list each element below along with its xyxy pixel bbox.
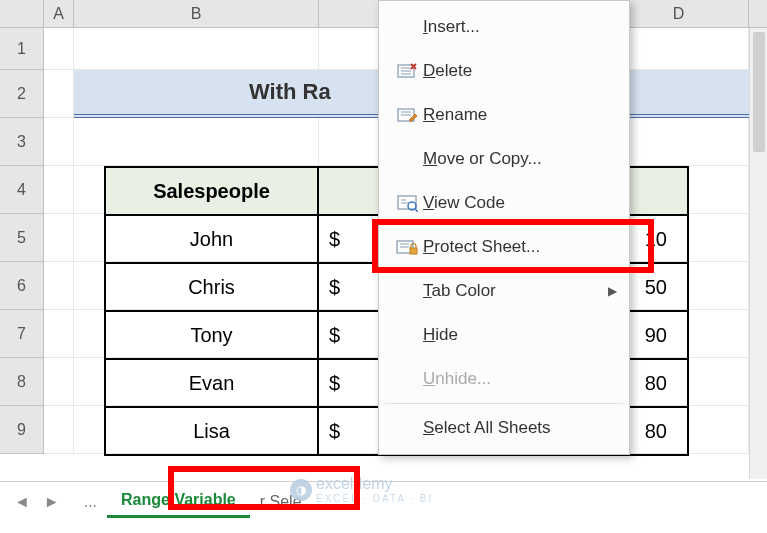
submenu-arrow-icon: ▶ bbox=[608, 284, 617, 298]
row-header-4[interactable]: 4 bbox=[0, 166, 43, 214]
cell-name[interactable]: Evan bbox=[105, 359, 318, 407]
ctx-hide[interactable]: Hide bbox=[379, 313, 629, 357]
vertical-scrollbar[interactable] bbox=[749, 28, 767, 479]
ctx-select-all-sheets[interactable]: Select All Sheets bbox=[379, 406, 629, 450]
ctx-move-copy[interactable]: Move or Copy... bbox=[379, 137, 629, 181]
rename-sheet-icon bbox=[391, 106, 423, 124]
ctx-separator bbox=[385, 403, 623, 404]
tab-overflow-left[interactable]: ... bbox=[74, 493, 107, 511]
sheet-tab-active[interactable]: Range Variable bbox=[107, 485, 250, 518]
tab-nav-next-icon[interactable]: ► bbox=[44, 493, 60, 511]
row-header-2[interactable]: 2 bbox=[0, 70, 43, 118]
row-header-5[interactable]: 5 bbox=[0, 214, 43, 262]
tab-overflow-right[interactable]: ... bbox=[302, 493, 335, 511]
delete-sheet-icon bbox=[391, 62, 423, 80]
ctx-view-code[interactable]: View Code bbox=[379, 181, 629, 225]
row-header-8[interactable]: 8 bbox=[0, 358, 43, 406]
row-header-6[interactable]: 6 bbox=[0, 262, 43, 310]
tab-nav-buttons: ◄ ► bbox=[0, 493, 74, 511]
row-header-9[interactable]: 9 bbox=[0, 406, 43, 454]
svg-line-11 bbox=[415, 209, 418, 212]
protect-sheet-icon bbox=[391, 238, 423, 256]
row-headers: 1 2 3 4 5 6 7 8 9 bbox=[0, 28, 44, 454]
sheet-tab-next-partial[interactable]: r Sele bbox=[250, 493, 302, 511]
col-header-b[interactable]: B bbox=[74, 0, 319, 27]
sheet-tab-bar: ◄ ► ... Range Variable r Sele ... bbox=[0, 481, 767, 521]
row-header-1[interactable]: 1 bbox=[0, 28, 43, 70]
row-header-7[interactable]: 7 bbox=[0, 310, 43, 358]
header-salespeople[interactable]: Salespeople bbox=[105, 167, 318, 215]
sheet-tab-context-menu: Insert... Delete Rename Move or Copy... … bbox=[378, 0, 630, 455]
ctx-unhide: Unhide... bbox=[379, 357, 629, 401]
ctx-protect-sheet[interactable]: Protect Sheet... bbox=[379, 225, 629, 269]
ctx-delete[interactable]: Delete bbox=[379, 49, 629, 93]
cell-name[interactable]: Tony bbox=[105, 311, 318, 359]
col-header-a[interactable]: A bbox=[44, 0, 74, 27]
col-header-d[interactable]: D bbox=[609, 0, 749, 27]
sheet-title-text: With Ra bbox=[249, 79, 331, 105]
svg-rect-15 bbox=[410, 248, 417, 254]
ctx-insert[interactable]: Insert... bbox=[379, 5, 629, 49]
cell-name[interactable]: Lisa bbox=[105, 407, 318, 455]
ctx-tab-color[interactable]: Tab Color ▶ bbox=[379, 269, 629, 313]
cell-name[interactable]: Chris bbox=[105, 263, 318, 311]
tab-nav-prev-icon[interactable]: ◄ bbox=[14, 493, 30, 511]
ctx-rename[interactable]: Rename bbox=[379, 93, 629, 137]
scrollbar-thumb[interactable] bbox=[753, 32, 765, 152]
cell-name[interactable]: John bbox=[105, 215, 318, 263]
select-all-corner[interactable] bbox=[0, 0, 44, 27]
view-code-icon bbox=[391, 194, 423, 212]
row-header-3[interactable]: 3 bbox=[0, 118, 43, 166]
